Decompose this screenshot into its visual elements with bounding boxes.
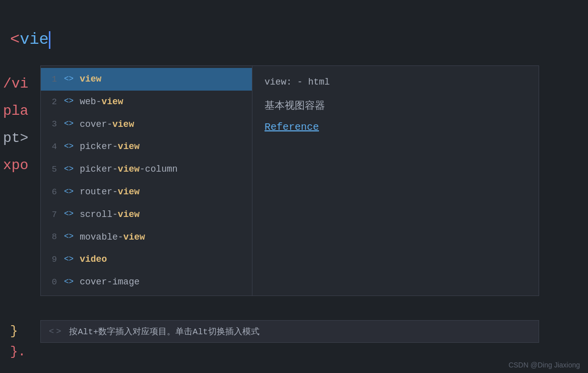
autocomplete-item-2[interactable]: 2 <> web-view — [41, 91, 252, 113]
item-label-8: movable-view — [80, 230, 145, 245]
chevron-left-icon: < — [49, 327, 54, 336]
detail-reference-link[interactable]: Reference — [265, 121, 319, 133]
chevron-right-icon: > — [56, 327, 61, 336]
item-number-2: 2 — [47, 95, 57, 109]
autocomplete-dropdown: 1 <> view 2 <> web-view 3 <> cover-view … — [40, 65, 539, 296]
autocomplete-item-4[interactable]: 4 <> picker-view — [41, 135, 252, 158]
autocomplete-item-1[interactable]: 1 <> view — [41, 68, 252, 91]
autocomplete-item-7[interactable]: 7 <> scroll-view — [41, 203, 252, 226]
item-number-1: 1 — [47, 72, 57, 86]
editor-side-line-3: pt> — [0, 125, 28, 152]
footer-nav-icons: < > — [49, 327, 63, 336]
autocomplete-item-0[interactable]: 0 <> cover-image — [41, 271, 252, 293]
item-number-8: 8 — [47, 230, 57, 244]
item-icon-2: <> — [64, 95, 74, 108]
editor-bottom-line-2: }. — [10, 342, 26, 363]
autocomplete-item-8[interactable]: 8 <> movable-view — [41, 226, 252, 249]
text-cursor — [49, 31, 50, 49]
watermark: CSDN @Ding Jiaxiong — [508, 361, 580, 369]
item-icon-4: <> — [64, 140, 74, 154]
autocomplete-footer: < > 按Alt+数字插入对应项目。单击Alt切换插入模式 — [40, 320, 539, 343]
editor-bottom-line-1: } — [10, 321, 26, 342]
editor-side-lines: /vi pla pt> xpo — [0, 70, 28, 179]
tag-open-bracket: < — [10, 30, 20, 49]
autocomplete-item-5[interactable]: 5 <> picker-view-column — [41, 158, 252, 181]
detail-title: view: - html — [265, 76, 527, 89]
item-label-0: cover-image — [80, 275, 140, 289]
editor-side-line-1: /vi — [0, 70, 28, 98]
editor-bottom-lines: } }. — [10, 321, 26, 363]
item-number-9: 9 — [47, 253, 57, 266]
item-icon-3: <> — [64, 118, 74, 131]
item-label-2: web-view — [80, 95, 123, 109]
item-icon-7: <> — [64, 208, 74, 221]
item-label-4: picker-view — [80, 139, 140, 154]
tag-name-partial: vie — [20, 30, 49, 49]
item-number-3: 3 — [47, 117, 57, 131]
autocomplete-item-3[interactable]: 3 <> cover-view — [41, 113, 252, 136]
footer-instruction-text: 按Alt+数字插入对应项目。单击Alt切换插入模式 — [69, 326, 259, 337]
item-icon-5: <> — [64, 163, 74, 176]
autocomplete-item-9[interactable]: 9 <> video — [41, 248, 252, 271]
autocomplete-list: 1 <> view 2 <> web-view 3 <> cover-view … — [41, 66, 252, 295]
editor-side-line-4: xpo — [0, 152, 28, 179]
item-number-5: 5 — [47, 163, 57, 176]
item-icon-1: <> — [64, 73, 74, 86]
item-icon-9: <> — [64, 253, 74, 266]
item-icon-6: <> — [64, 186, 74, 199]
item-icon-8: <> — [64, 231, 74, 244]
item-number-0: 0 — [47, 275, 57, 289]
item-icon-0: <> — [64, 276, 74, 289]
item-label-1: view — [80, 72, 101, 87]
editor-top-line: <vie — [10, 30, 50, 49]
autocomplete-detail-panel: view: - html 基本视图容器 Reference — [252, 66, 539, 295]
item-number-6: 6 — [47, 185, 57, 199]
item-number-7: 7 — [47, 208, 57, 221]
item-label-5: picker-view-column — [80, 162, 177, 177]
editor-side-line-2: pla — [0, 98, 28, 125]
item-label-9: video — [80, 252, 107, 267]
autocomplete-item-6[interactable]: 6 <> router-view — [41, 181, 252, 203]
detail-description: 基本视图容器 — [265, 99, 527, 112]
item-label-6: router-view — [80, 185, 140, 199]
item-number-4: 4 — [47, 140, 57, 154]
item-label-3: cover-view — [80, 117, 134, 132]
item-label-7: scroll-view — [80, 207, 140, 222]
